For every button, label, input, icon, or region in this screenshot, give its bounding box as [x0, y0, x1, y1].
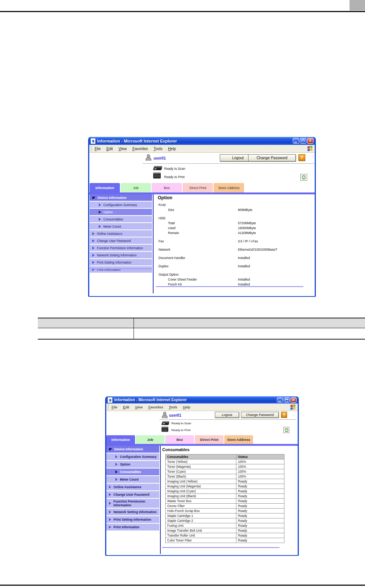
sidebar-item-print-setting-information[interactable]: Print Setting Information — [106, 516, 159, 523]
option-row: NetworkEthernet10/100/1000BaseT — [158, 247, 314, 252]
sidebar-item-print-setting-information[interactable]: Print Setting Information — [90, 259, 152, 265]
window-title-bar[interactable]: e Information - Microsoft Internet Explo… — [106, 396, 298, 403]
sidebar-item-change-user-password[interactable]: Change User Password — [90, 237, 152, 244]
help-button[interactable]: ? — [298, 154, 305, 161]
tab-direct-print[interactable]: Direct Print — [195, 435, 224, 444]
option-value: Installed — [238, 277, 250, 282]
menu-item-help[interactable]: Help — [183, 405, 190, 409]
sidebar-item-online-assistance[interactable]: Online Assistance — [90, 230, 152, 237]
sidebar-item-label: Change User Password — [97, 239, 131, 243]
triangle-right-icon — [99, 211, 101, 214]
option-row: HDD — [158, 216, 314, 221]
sidebar-item-online-assistance[interactable]: Online Assistance — [106, 484, 159, 490]
sidebar-item-consumables[interactable]: Consumables — [90, 216, 152, 222]
menu-item-tools[interactable]: Tools — [154, 147, 162, 151]
ie-page-icon: e — [90, 138, 96, 144]
triangle-right-icon — [92, 247, 95, 250]
sidebar-item-device-information[interactable]: Device Information — [90, 194, 152, 201]
menu-item-file[interactable]: File — [95, 147, 101, 151]
maximize-button[interactable] — [300, 138, 306, 144]
change-password-button[interactable]: Change Password — [241, 412, 279, 418]
consumable-status-cell: Ready — [236, 533, 284, 538]
tab-box[interactable]: Box — [152, 183, 182, 192]
tab-information[interactable]: Information — [106, 435, 135, 444]
consumable-status-cell: Ready — [236, 509, 284, 514]
tab-store-address[interactable]: Store Address — [214, 183, 244, 192]
consumable-status-cell: 100% — [236, 474, 284, 479]
tab-store-address[interactable]: Store Address — [224, 435, 253, 444]
consumable-name-cell: Imaging Unit (Black) — [166, 494, 236, 499]
sidebar-item-meter-count[interactable]: Meter Count — [106, 476, 159, 483]
tab-information[interactable]: Information — [90, 183, 120, 192]
consumable-status-cell: 100% — [236, 459, 284, 464]
consumable-name-cell: Toner (Yellow) — [166, 459, 236, 464]
sidebar-item-option[interactable]: Option — [90, 209, 152, 215]
windows-logo-icon — [308, 146, 313, 151]
sidebar-item-configuration-summary[interactable]: Configuration Summary — [106, 453, 159, 460]
sidebar-item-label: Consumables — [103, 217, 123, 221]
minimize-button[interactable] — [293, 138, 299, 144]
help-button[interactable]: ? — [281, 412, 287, 418]
sidebar-item-change-user-password[interactable]: Change User Password — [106, 491, 159, 498]
sidebar-item-network-setting-information[interactable]: Network Setting Information — [90, 252, 152, 258]
sidebar-item-device-information[interactable]: Device Information — [106, 446, 159, 453]
refresh-arrows-icon — [301, 175, 306, 180]
option-label: RAM — [158, 203, 166, 207]
close-button[interactable] — [307, 138, 314, 144]
logout-button[interactable]: Logout — [215, 412, 239, 418]
option-row: Remain41208MByte — [158, 231, 314, 236]
consumable-name-cell: Imaging Unit (Magenta) — [166, 484, 236, 489]
sidebar-end-rule — [90, 268, 152, 269]
tab-job[interactable]: Job — [121, 183, 151, 192]
option-label: Size — [168, 208, 174, 212]
window-title-bar[interactable]: e Information - Microsoft Internet Explo… — [89, 137, 315, 145]
tab-box[interactable]: Box — [165, 435, 194, 444]
menu-item-favorites[interactable]: Favorites — [148, 405, 163, 409]
table-row: Toner (Magenta)100% — [166, 464, 284, 469]
window-controls — [293, 138, 314, 144]
consumable-name-cell: Staple Cartridge 1 — [166, 514, 236, 518]
table-row: Staple Cartridge 2Ready — [166, 518, 284, 523]
user-name-link[interactable]: user01 — [154, 156, 166, 160]
menu-item-file[interactable]: File — [112, 405, 117, 409]
tab-direct-print[interactable]: Direct Print — [183, 183, 213, 192]
refresh-button[interactable] — [300, 174, 307, 181]
sidebar-item-option[interactable]: Option — [106, 461, 159, 468]
consumable-status-cell: Ready — [236, 484, 284, 489]
consumable-name-cell: Toner (Black) — [166, 474, 236, 479]
sidebar-item-print-information[interactable]: Print Information — [90, 266, 152, 273]
menu-item-view[interactable]: View — [135, 405, 143, 409]
sidebar-item-label: Consumables — [120, 470, 141, 474]
minimize-button[interactable] — [277, 397, 283, 403]
refresh-button[interactable] — [283, 427, 289, 433]
menu-item-favorites[interactable]: Favorites — [132, 147, 148, 151]
sidebar-item-function-permission-information[interactable]: Function Permission Information — [90, 245, 152, 251]
user-name-link[interactable]: user01 — [169, 413, 181, 417]
sidebar-item-function-permission-information[interactable]: Function Permission Information — [106, 499, 159, 508]
sidebar-item-network-setting-information[interactable]: Network Setting Information — [106, 509, 159, 515]
triangle-right-icon — [99, 218, 101, 221]
consumables-content: Consumables ConsumablesStatusToner (Yell… — [162, 446, 296, 543]
printer-icon — [153, 172, 161, 178]
option-label: HDD — [158, 216, 165, 220]
change-password-button[interactable]: Change Password — [248, 154, 296, 161]
tab-job[interactable]: Job — [136, 435, 165, 444]
menu-item-help[interactable]: Help — [168, 147, 176, 151]
menu-item-edit[interactable]: Edit — [106, 147, 113, 151]
close-button[interactable] — [290, 397, 297, 403]
sidebar-item-consumables[interactable]: Consumables — [106, 469, 159, 475]
sidebar-item-print-information[interactable]: Print Information — [106, 524, 159, 531]
menu-item-tools[interactable]: Tools — [169, 405, 177, 409]
option-row: Total57208MByte — [158, 221, 314, 226]
sidebar-item-configuration-summary[interactable]: Configuration Summary — [90, 202, 152, 208]
option-row: FaxG3 / IP / I-Fax — [158, 239, 314, 244]
sidebar-item-meter-count[interactable]: Meter Count — [90, 223, 152, 230]
printer-icon — [162, 427, 168, 432]
sidebar-item-label: Print Information — [97, 268, 120, 272]
maximize-button[interactable] — [284, 397, 290, 403]
table-row: Waste Toner BoxReady — [166, 499, 284, 504]
menu-item-view[interactable]: View — [118, 147, 127, 151]
page-corner-tab — [349, 0, 365, 11]
consumable-name-cell: Toner (Magenta) — [166, 464, 236, 469]
menu-item-edit[interactable]: Edit — [123, 405, 129, 409]
